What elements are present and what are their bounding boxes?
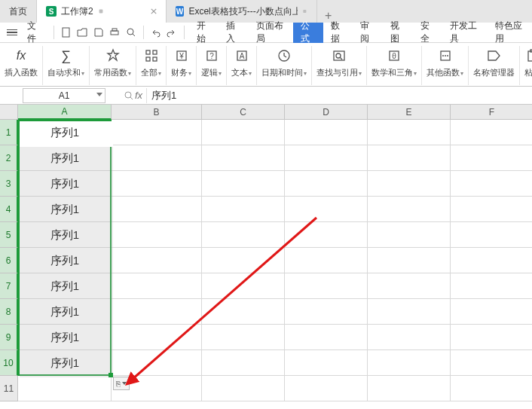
cell-C1[interactable] [202, 120, 285, 145]
ribbon-insert-function[interactable]: fx 插入函数 [0, 46, 43, 85]
cell-D7[interactable] [285, 273, 368, 299]
cell-E8[interactable] [368, 299, 451, 325]
cell-D5[interactable] [285, 222, 368, 248]
tab-workbook[interactable]: S 工作簿2 [37, 0, 167, 23]
ribbon-math[interactable]: θ 数学和三角▾ [367, 46, 422, 85]
cell-B7[interactable] [112, 273, 202, 299]
cell-E7[interactable] [368, 273, 451, 299]
print-icon[interactable] [107, 24, 122, 41]
cell-D6[interactable] [285, 248, 368, 273]
hamburger-icon[interactable] [5, 29, 20, 36]
cell-F1[interactable] [451, 120, 532, 145]
cell-E11[interactable] [368, 376, 451, 401]
autofill-options-button[interactable]: ⎘ [113, 377, 130, 390]
print-preview-icon[interactable] [124, 24, 139, 41]
cell-F8[interactable] [451, 299, 532, 325]
cell-D2[interactable] [285, 145, 368, 171]
cell-C5[interactable] [202, 222, 285, 248]
ribbon-lookup[interactable]: 查找与引用▾ [312, 46, 367, 85]
cell-A11[interactable] [18, 376, 112, 401]
column-header-F[interactable]: F [451, 105, 532, 120]
row-header-9[interactable]: 9 [0, 325, 18, 350]
menu-tab-7[interactable]: 安全 [413, 23, 443, 43]
menu-tab-3[interactable]: 公式 [293, 23, 323, 43]
cell-C7[interactable] [202, 273, 285, 299]
cell-A7[interactable] [18, 273, 112, 299]
cell-D8[interactable] [285, 299, 368, 325]
row-header-6[interactable]: 6 [0, 248, 18, 273]
row-header-1[interactable]: 1 [0, 120, 18, 145]
column-header-A[interactable]: A [18, 105, 112, 120]
cell-F7[interactable] [451, 273, 532, 299]
cell-B1[interactable] [112, 120, 202, 145]
cell-B9[interactable] [112, 325, 202, 350]
menu-tab-2[interactable]: 页面布局 [249, 23, 293, 43]
menu-tab-4[interactable]: 数据 [323, 23, 353, 43]
column-header-E[interactable]: E [368, 105, 451, 120]
cell-A5[interactable] [18, 222, 112, 248]
cell-D1[interactable] [285, 120, 368, 145]
cell-C9[interactable] [202, 325, 285, 350]
cell-A9[interactable] [18, 325, 112, 350]
formula-bar[interactable]: 序列1 [146, 88, 532, 103]
chevron-down-icon[interactable] [96, 93, 102, 96]
window-pin-icon[interactable] [98, 8, 104, 14]
ribbon-logic[interactable]: ? 逻辑▾ [197, 46, 227, 85]
cell-E2[interactable] [368, 145, 451, 171]
name-box[interactable]: A1 [23, 88, 105, 103]
column-header-B[interactable]: B [112, 105, 202, 120]
row-header-7[interactable]: 7 [0, 273, 18, 299]
cell-A4[interactable] [18, 197, 112, 222]
cell-A10[interactable] [18, 350, 112, 376]
row-header-8[interactable]: 8 [0, 299, 18, 325]
cell-D4[interactable] [285, 197, 368, 222]
ribbon-autosum[interactable]: ∑ 自动求和▾ [43, 46, 90, 85]
menu-tab-1[interactable]: 插入 [219, 23, 249, 43]
cell-E9[interactable] [368, 325, 451, 350]
redo-icon[interactable] [164, 24, 179, 41]
ribbon-common-fn[interactable]: 常用函数▾ [90, 46, 136, 85]
close-icon[interactable] [151, 8, 157, 14]
cell-C3[interactable] [202, 171, 285, 197]
cell-F6[interactable] [451, 248, 532, 273]
cell-A3[interactable] [18, 171, 112, 197]
ribbon-paste[interactable]: 粘贴 [520, 46, 532, 85]
window-pin-icon[interactable] [302, 8, 307, 14]
cell-E5[interactable] [368, 222, 451, 248]
menu-tab-6[interactable]: 视图 [383, 23, 413, 43]
cell-B10[interactable] [112, 350, 202, 376]
menu-tab-0[interactable]: 开始 [189, 23, 219, 43]
save-icon[interactable] [91, 24, 106, 41]
cell-B6[interactable] [112, 248, 202, 273]
cell-E4[interactable] [368, 197, 451, 222]
cell-A6[interactable] [18, 248, 112, 273]
ribbon-datetime[interactable]: 日期和时间▾ [257, 46, 312, 85]
menu-tab-9[interactable]: 特色应用 [488, 23, 532, 43]
cell-D3[interactable] [285, 171, 368, 197]
row-header-10[interactable]: 10 [0, 350, 18, 376]
cell-E10[interactable] [368, 350, 451, 376]
cell-A1[interactable] [18, 120, 112, 145]
new-doc-icon[interactable] [59, 24, 74, 41]
cell-B5[interactable] [112, 222, 202, 248]
cell-C10[interactable] [202, 350, 285, 376]
fx-button[interactable]: fx [121, 90, 146, 101]
row-header-4[interactable]: 4 [0, 197, 18, 222]
cell-E1[interactable] [368, 120, 451, 145]
cell-D9[interactable] [285, 325, 368, 350]
open-icon[interactable] [75, 24, 90, 41]
row-header-5[interactable]: 5 [0, 222, 18, 248]
cell-F2[interactable] [451, 145, 532, 171]
select-all-corner[interactable] [0, 105, 18, 120]
column-header-D[interactable]: D [285, 105, 368, 120]
ribbon-finance[interactable]: ¥ 财务▾ [167, 46, 197, 85]
cell-F4[interactable] [451, 197, 532, 222]
cell-A2[interactable] [18, 145, 112, 171]
cell-C4[interactable] [202, 197, 285, 222]
cell-E3[interactable] [368, 171, 451, 197]
row-header-2[interactable]: 2 [0, 145, 18, 171]
undo-icon[interactable] [148, 24, 164, 41]
tab-other[interactable]: W Excel表格技巧---小数点向上取整 [167, 0, 317, 23]
cell-C8[interactable] [202, 299, 285, 325]
cell-E6[interactable] [368, 248, 451, 273]
